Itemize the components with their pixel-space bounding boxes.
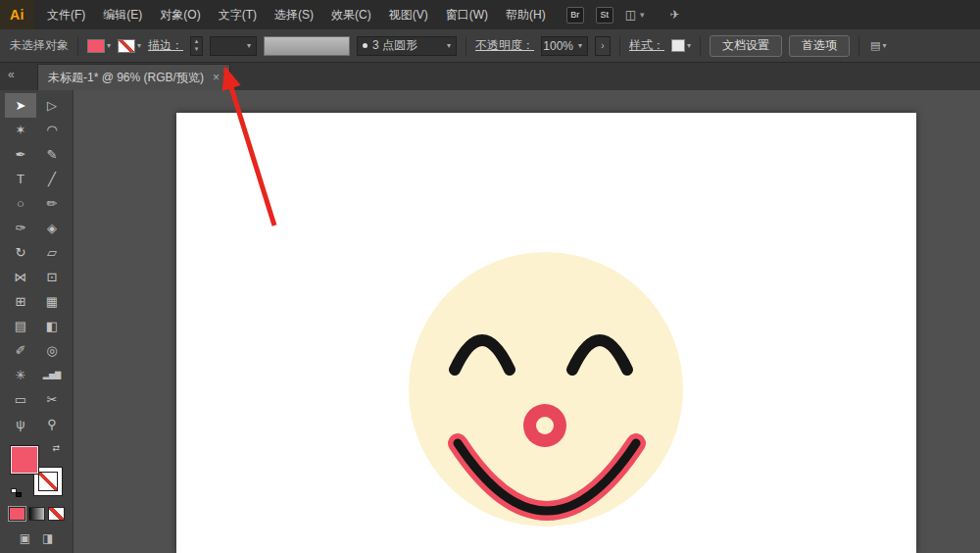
document-tab-title: 未标题-1* @ 96% (RGB/预览) <box>48 70 204 86</box>
width-profile-dropdown[interactable] <box>264 36 350 56</box>
brush-definition-dropdown[interactable]: 3 点圆形 ▾ <box>357 36 457 56</box>
chevron-down-icon[interactable]: ▾ <box>107 41 111 50</box>
magic-wand-tool[interactable]: ✶ <box>5 118 36 142</box>
rotate-tool[interactable]: ↻ <box>5 240 36 265</box>
stroke-width-dropdown[interactable]: ▾ <box>210 36 257 56</box>
draw-mode-icon[interactable]: ▣ <box>20 531 30 545</box>
hand-tool[interactable]: ψ <box>5 412 36 436</box>
gradient-button[interactable] <box>28 507 45 521</box>
lasso-tool[interactable]: ◠ <box>36 118 68 142</box>
fill-color-picker[interactable]: ▾ <box>87 39 111 53</box>
blend-tool[interactable]: ◎ <box>36 338 68 363</box>
none-button[interactable] <box>48 507 65 521</box>
shaper-tool[interactable]: ✑ <box>5 216 36 240</box>
color-button[interactable] <box>9 507 25 521</box>
swap-fill-stroke-icon[interactable]: ⇄ <box>52 443 60 453</box>
smiley-artwork[interactable] <box>176 113 916 553</box>
width-tool[interactable]: ⋈ <box>5 265 36 289</box>
stroke-width-stepper[interactable]: ▴ ▾ <box>190 36 203 56</box>
fill-color-swatch[interactable] <box>87 39 105 53</box>
menu-bar: Ai 文件(F) 编辑(E) 对象(O) 文字(T) 选择(S) 效果(C) 视… <box>0 0 980 29</box>
chevron-down-icon[interactable]: ▾ <box>247 41 251 50</box>
slice-tool[interactable]: ✂ <box>36 387 68 412</box>
face-circle[interactable] <box>409 252 683 527</box>
perspective-grid-tool[interactable]: ▦ <box>36 289 68 314</box>
curvature-tool[interactable]: ✎ <box>36 142 68 167</box>
separator <box>619 36 620 56</box>
main-area: ➤ ▷ ✶ ◠ ✒ ✎ T ╱ ○ ✏ ✑ ◈ ↻ ▱ ⋈ ⊡ ⊞ ▦ ▤ ◧ <box>0 90 980 553</box>
artboard-tool[interactable]: ▭ <box>5 387 36 412</box>
brush-definition-value: 3 点圆形 <box>372 37 442 54</box>
toolbar-collapse-icon[interactable]: « <box>8 68 15 81</box>
illustrator-app: Ai 文件(F) 编辑(E) 对象(O) 文字(T) 选择(S) 效果(C) 视… <box>0 0 980 553</box>
bridge-button[interactable]: Br <box>566 7 584 24</box>
selection-tool[interactable]: ➤ <box>5 93 36 118</box>
separator <box>77 36 78 56</box>
shape-builder-tool[interactable]: ⊞ <box>5 289 36 314</box>
document-tab[interactable]: 未标题-1* @ 96% (RGB/预览) × <box>37 64 230 90</box>
gradient-tool[interactable]: ◧ <box>36 314 68 338</box>
scale-tool[interactable]: ▱ <box>36 240 68 265</box>
artboard[interactable] <box>176 113 916 553</box>
canvas-area[interactable] <box>74 90 980 553</box>
stepper-down-icon[interactable]: ▾ <box>191 46 202 54</box>
paintbrush-tool[interactable]: ✏ <box>36 191 68 216</box>
tool-grid: ➤ ▷ ✶ ◠ ✒ ✎ T ╱ ○ ✏ ✑ ◈ ↻ ▱ ⋈ ⊡ ⊞ ▦ ▤ ◧ <box>5 93 68 436</box>
chevron-down-icon[interactable]: ▾ <box>578 41 582 50</box>
menu-item-view[interactable]: 视图(V) <box>380 0 437 29</box>
free-transform-tool[interactable]: ⊡ <box>36 265 68 289</box>
gpu-performance-icon[interactable]: ✈ <box>670 8 680 22</box>
panel-menu-icon[interactable]: ▤ <box>870 39 880 52</box>
separator <box>858 36 859 56</box>
opacity-panel-link[interactable]: 不透明度： <box>475 37 534 54</box>
style-panel-link[interactable]: 样式： <box>629 37 664 54</box>
ellipse-tool[interactable]: ○ <box>5 191 36 216</box>
menu-item-window[interactable]: 窗口(W) <box>437 0 497 29</box>
color-mode-buttons <box>9 507 65 521</box>
graph-tool[interactable]: ▂▅▇ <box>36 363 68 387</box>
screen-mode-icon[interactable]: ◨ <box>42 531 53 545</box>
menu-item-select[interactable]: 选择(S) <box>266 0 322 29</box>
menu-item-file[interactable]: 文件(F) <box>38 0 94 29</box>
eyedropper-tool[interactable]: ✐ <box>5 338 36 363</box>
chevron-down-icon[interactable]: ▾ <box>687 41 691 50</box>
eraser-tool[interactable]: ◈ <box>36 216 68 240</box>
opacity-dropdown[interactable]: 100% ▾ <box>541 36 588 56</box>
chevron-down-icon[interactable]: ▾ <box>882 41 886 50</box>
default-fill-stroke-icon[interactable] <box>11 488 22 497</box>
document-setup-button[interactable]: 文档设置 <box>710 35 782 57</box>
line-tool[interactable]: ╱ <box>36 167 68 191</box>
tools-panel: ➤ ▷ ✶ ◠ ✒ ✎ T ╱ ○ ✏ ✑ ◈ ↻ ▱ ⋈ ⊡ ⊞ ▦ ▤ ◧ <box>0 90 74 553</box>
mesh-tool[interactable]: ▤ <box>5 314 36 338</box>
stroke-none-swatch[interactable] <box>118 39 135 53</box>
menu-item-type[interactable]: 文字(T) <box>210 0 266 29</box>
chevron-down-icon[interactable]: ▾ <box>447 41 451 50</box>
zoom-tool[interactable]: ⚲ <box>36 412 68 436</box>
style-swatch[interactable] <box>671 39 685 52</box>
stroke-color-picker[interactable]: ▾ <box>118 39 141 53</box>
nose-inner[interactable] <box>536 417 554 434</box>
chevron-down-icon[interactable]: ▾ <box>137 41 141 50</box>
workspace-caret-icon[interactable]: ▾ <box>640 10 645 20</box>
stock-button[interactable]: St <box>596 7 613 24</box>
menu-item-help[interactable]: 帮助(H) <box>497 0 555 29</box>
menu-item-effect[interactable]: 效果(C) <box>322 0 380 29</box>
style-dropdown[interactable]: ▾ <box>671 39 691 52</box>
stroke-swatch[interactable] <box>34 468 62 495</box>
symbol-sprayer-tool[interactable]: ✳ <box>5 363 36 387</box>
stroke-panel-link[interactable]: 描边： <box>148 37 183 54</box>
control-bar: 未选择对象 ▾ ▾ 描边： ▴ ▾ ▾ 3 点圆形 ▾ 不透明度： 100% <box>0 29 980 63</box>
brush-preview-dot <box>363 43 368 48</box>
preferences-button[interactable]: 首选项 <box>789 35 850 57</box>
menu-item-object[interactable]: 对象(O) <box>151 0 209 29</box>
pen-tool[interactable]: ✒ <box>5 142 36 167</box>
workspace-switcher-icon[interactable]: ◫ <box>625 8 636 22</box>
opacity-panel-button[interactable]: › <box>595 36 611 56</box>
close-icon[interactable]: × <box>213 71 220 84</box>
control-panel-menu[interactable]: ▤ ▾ <box>870 39 886 52</box>
type-tool[interactable]: T <box>5 167 36 191</box>
fill-swatch[interactable] <box>11 446 38 474</box>
menu-item-edit[interactable]: 编辑(E) <box>94 0 151 29</box>
direct-selection-tool[interactable]: ▷ <box>36 93 68 118</box>
toolbar-bottom-icons: ▣ ◨ <box>20 531 54 545</box>
